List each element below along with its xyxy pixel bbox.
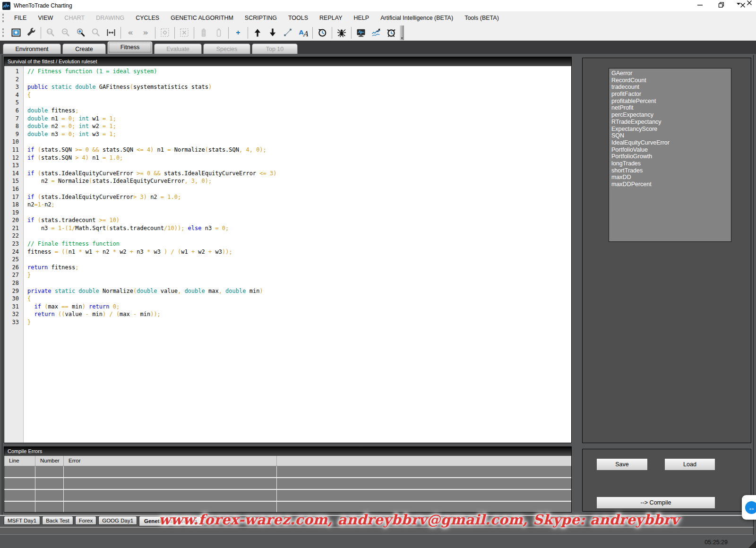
variable-item[interactable]: IdealEquityCurveError [611, 139, 731, 146]
workspace-tab-goog-day1[interactable]: GOOG Day1 [98, 516, 137, 525]
code-line: 20if (stats.tradecount >= 10) [4, 217, 571, 225]
wrench-icon[interactable] [24, 26, 38, 39]
variables-list[interactable]: GAerrorRecordCounttradecountprofitFactor… [609, 68, 731, 242]
history-icon[interactable] [315, 26, 329, 39]
chevron-down-icon [736, 0, 741, 7]
variable-item[interactable]: RecordCount [611, 77, 731, 84]
tab-create[interactable]: Create [62, 43, 106, 54]
dock-close-button[interactable] [747, 0, 752, 7]
toolbar-separator [312, 27, 313, 39]
menu-item-replay[interactable]: REPLAY [314, 11, 348, 25]
variable-item[interactable]: maxDDPercent [611, 181, 731, 188]
menu-item-file[interactable]: FILE [9, 11, 32, 25]
minimize-button[interactable] [689, 0, 711, 11]
code-text: if (stats.IdealEquityCurveError >= 0 && … [23, 170, 276, 178]
workspace-tab-back-test[interactable]: Back Test [42, 516, 73, 525]
menu-item-tools[interactable]: TOOLS [283, 11, 314, 25]
workspace-tab-msft-day1[interactable]: MSFT Day1 [4, 516, 40, 525]
line-number: 3 [4, 84, 23, 92]
save-button[interactable]: Save [596, 458, 648, 471]
font-icon[interactable]: AA [296, 26, 310, 39]
variable-item[interactable]: tradecount [611, 84, 731, 91]
fitness-editor-panel: Survival of the fittest / Evolution rule… [4, 57, 572, 443]
variables-panel: GAerrorRecordCounttradecountprofitFactor… [582, 58, 751, 443]
menu-item-view[interactable]: VIEW [32, 11, 59, 25]
code-line: 18n2=1-n2; [4, 201, 571, 209]
variable-item[interactable]: percExpectancy [611, 111, 731, 119]
variable-item[interactable]: RTradeExpectancy [611, 119, 731, 126]
menu-item-genetic-algorithm[interactable]: GENETIC ALGORITHM [165, 11, 239, 25]
tab-environment[interactable]: Environment [3, 43, 61, 54]
variable-item[interactable]: SQN [611, 132, 731, 139]
variable-item[interactable]: PortfolioGrowth [611, 153, 731, 160]
teamviewer-popup[interactable]: ↔ [742, 495, 756, 520]
variable-item[interactable]: ExpectancyScore [611, 126, 731, 133]
table-cell [35, 490, 64, 501]
menu-item-artificial-intelligence-beta[interactable]: Artificial Intelligence (BETA) [375, 11, 459, 25]
variable-item[interactable]: PortfolioValue [611, 146, 731, 154]
tab-fitness[interactable]: Fitness [107, 41, 153, 54]
code-text: n3 = 1-(1/Math.Sqrt(stats.tradecount/10)… [23, 225, 229, 233]
variable-item[interactable]: maxDD [611, 174, 731, 181]
monitor-wave-icon[interactable] [354, 26, 368, 39]
code-line: 4{ [4, 92, 571, 100]
code-text: double n2 = 0; int w2 = 1; [23, 123, 116, 131]
line-number: 18 [4, 201, 23, 209]
variable-item[interactable]: profitFactor [611, 91, 731, 98]
restore-button[interactable] [711, 0, 732, 11]
dock-collapse-button[interactable] [736, 0, 741, 7]
toolbar-overflow-handle[interactable]: ▾ [400, 26, 404, 40]
code-text: n2 = Normalize(stats.IdealEquityCurveErr… [23, 178, 212, 186]
line-number: 2 [4, 76, 23, 84]
alarm-clock-icon[interactable] [384, 26, 398, 39]
code-editor[interactable]: 1// Fitness function (1 = ideal system)2… [4, 66, 571, 443]
line-number: 23 [4, 240, 23, 248]
plus-icon[interactable] [231, 26, 245, 39]
compile-button[interactable]: --> Compile [596, 497, 715, 509]
trendline-icon[interactable] [281, 26, 295, 39]
spider-icon[interactable] [335, 26, 349, 39]
code-line: 33} [4, 319, 571, 327]
variable-item[interactable]: shortTrades [611, 167, 731, 174]
title-bar: WhenToTrade Charting [0, 0, 756, 11]
tab-species: Species [203, 43, 250, 54]
code-text: if (stats.SQN >= 0 && stats.SQN <= 4) n1… [23, 146, 266, 154]
load-button[interactable]: Load [664, 458, 715, 471]
code-text: // Fitness function (1 = ideal system) [23, 68, 157, 76]
variable-item[interactable]: longTrades [611, 160, 731, 167]
line-number: 29 [4, 288, 23, 296]
code-line: 8double n2 = 0; int w2 = 1; [4, 123, 571, 131]
variable-item[interactable]: GAerror [611, 70, 731, 77]
line-number: 19 [4, 209, 23, 217]
fit-width-icon[interactable] [104, 26, 118, 39]
resize-grip[interactable] [748, 540, 756, 548]
menu-grip-handle[interactable] [2, 14, 5, 22]
line-number: 22 [4, 232, 23, 240]
arrow-down-icon[interactable] [266, 26, 280, 39]
menu-item-cycles[interactable]: CYCLES [130, 11, 165, 25]
battery-empty-icon [212, 26, 226, 39]
menu-item-scripting[interactable]: SCRIPTING [239, 11, 283, 25]
code-line: 2 [4, 76, 571, 84]
code-text: double fitness; [23, 107, 78, 115]
line-number: 25 [4, 256, 23, 264]
workspace-tab-forex[interactable]: Forex [75, 516, 96, 525]
code-text [23, 232, 27, 240]
next-icon: » [138, 26, 153, 39]
variable-item[interactable]: netProfit [611, 104, 731, 111]
chart-properties-icon[interactable] [9, 26, 23, 39]
menu-item-tools-beta[interactable]: Tools (BETA) [459, 11, 505, 25]
line-number: 1 [4, 68, 23, 76]
window-left-edge [2, 55, 2, 515]
code-line: 14if (stats.IdealEquityCurveError >= 0 &… [4, 170, 571, 178]
menu-item-chart: CHART [59, 11, 90, 25]
variable-item[interactable]: profitablePercent [611, 98, 731, 105]
clock: 05:25:29 [704, 539, 728, 546]
compile-errors-panel: Compile Errors LineNumberError [4, 446, 572, 513]
toolbar-grip-handle[interactable] [2, 28, 5, 37]
line-chart-icon[interactable] [369, 26, 383, 39]
zoom-in-icon[interactable] [74, 26, 88, 39]
menu-item-help[interactable]: HELP [348, 11, 375, 25]
arrow-up-icon[interactable] [250, 26, 265, 39]
close-icon [747, 0, 752, 7]
